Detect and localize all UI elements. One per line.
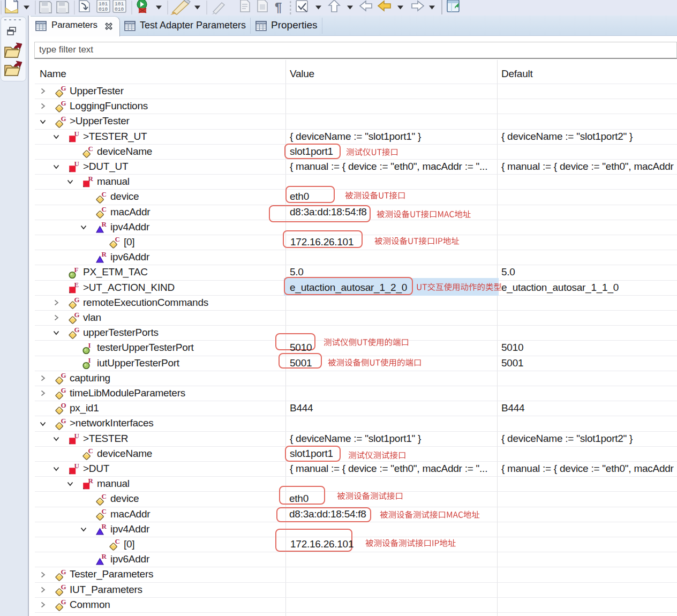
svg-text:C: C <box>88 448 93 455</box>
svg-text:G: G <box>74 327 80 334</box>
svg-text:F: F <box>74 267 79 274</box>
svg-text:C: C <box>102 191 107 198</box>
svg-text:G: G <box>61 387 66 394</box>
svg-text:010: 010 <box>99 6 108 12</box>
svg-text:G: G <box>61 116 66 123</box>
svg-text:G: G <box>61 599 66 606</box>
svg-text:G: G <box>61 85 66 92</box>
svg-text:G: G <box>61 569 66 576</box>
svg-text:U: U <box>74 131 80 138</box>
svg-text:R: R <box>102 251 107 258</box>
svg-text:C: C <box>102 508 107 515</box>
svg-text:C: C <box>115 236 120 243</box>
svg-text:G: G <box>74 297 80 304</box>
svg-text:R: R <box>88 478 94 485</box>
svg-text:R: R <box>102 221 107 228</box>
svg-text:R: R <box>102 523 107 530</box>
svg-text:U: U <box>74 463 80 470</box>
svg-text:¶: ¶ <box>275 0 282 14</box>
svg-text:U: U <box>74 161 80 168</box>
svg-text:C: C <box>88 146 93 153</box>
svg-text:R: R <box>88 176 94 183</box>
svg-text:C: C <box>102 493 107 500</box>
svg-text:G: G <box>61 100 66 107</box>
svg-text:I: I <box>88 357 91 364</box>
svg-text:C: C <box>102 206 107 213</box>
svg-text:G: G <box>74 312 80 319</box>
svg-text:010: 010 <box>115 6 124 12</box>
svg-text:G: G <box>61 418 66 425</box>
svg-text:R: R <box>102 553 107 560</box>
svg-text:I: I <box>88 342 91 349</box>
svg-text:G: G <box>61 372 66 379</box>
svg-text:C: C <box>115 538 120 545</box>
svg-text:E: E <box>74 282 79 289</box>
svg-text:O: O <box>61 402 66 409</box>
svg-text:G: G <box>61 584 66 591</box>
svg-text:U: U <box>74 433 80 440</box>
